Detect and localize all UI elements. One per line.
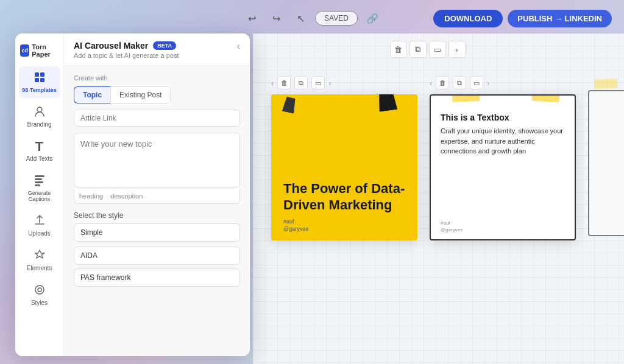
sidebar-item-styles[interactable]: Styles	[19, 279, 60, 311]
slide-2-title: This is a Textbox	[441, 113, 565, 122]
panel-body: Create with Topic Existing Post heading …	[64, 66, 250, 356]
slide-2-copy[interactable]: ⧉	[453, 76, 466, 89]
slide-1-frame[interactable]: ▭	[311, 76, 325, 89]
sidebar-item-branding[interactable]: Branding	[19, 100, 60, 133]
sidebar-item-templates[interactable]: 98 Templates	[19, 66, 60, 98]
slide-1-nav-right[interactable]: ›	[328, 79, 331, 88]
svg-point-10	[38, 288, 41, 292]
sidebar-item-label-captions: Generate Captions	[21, 190, 58, 202]
svg-rect-5	[35, 175, 44, 177]
style-option-simple[interactable]: Simple	[74, 223, 240, 242]
panel-collapse-button[interactable]: ‹	[237, 41, 240, 52]
slide-2-nav-left[interactable]: ‹	[430, 79, 432, 88]
svg-rect-7	[35, 181, 43, 183]
topic-textarea[interactable]	[74, 133, 240, 187]
slide-2-container: ‹ 🗑 ⧉ ▭ › This is a Textbox Craft your u…	[430, 76, 576, 240]
sidebar-item-uploads[interactable]: Uploads	[19, 209, 60, 242]
slide-1-toolbar: ‹ 🗑 ⧉ ▭ ›	[271, 76, 417, 89]
heading-button[interactable]: heading	[79, 191, 103, 201]
app-window: cd Torn Paper 98 Templates	[15, 33, 250, 356]
undo-icon: ↩	[248, 13, 256, 24]
download-button[interactable]: DOWNLOAD	[433, 10, 503, 27]
panel-subtitle: Add a topic & let AI generate a post	[74, 52, 179, 59]
svg-rect-2	[35, 78, 39, 82]
publish-button[interactable]: PUBLISH → LINKEDIN	[508, 10, 612, 27]
saved-badge[interactable]: SAVED	[315, 11, 358, 26]
canvas-copy-button[interactable]: ⧉	[410, 41, 427, 58]
sidebar-item-label-elements: Elements	[27, 265, 52, 271]
sidebar-item-label-templates: 98 Templates	[22, 87, 56, 93]
tab-topic[interactable]: Topic	[74, 86, 110, 103]
slide-2-toolbar: ‹ 🗑 ⧉ ▭ ›	[430, 76, 576, 89]
canvas-trash-button[interactable]: 🗑	[390, 41, 407, 58]
style-option-pas[interactable]: PAS framework	[74, 268, 240, 287]
app-logo: cd Torn Paper	[15, 43, 63, 58]
sidebar-item-elements[interactable]: Elements	[19, 244, 60, 276]
article-link-input[interactable]	[74, 110, 240, 127]
canvas-next-button[interactable]: ›	[448, 41, 466, 58]
trash-icon: 🗑	[394, 45, 402, 54]
undo-button[interactable]: ↩	[242, 9, 261, 28]
slide-1-footer: #auf @garyvee	[283, 218, 308, 233]
panel-title: AI Carousel Maker	[74, 41, 148, 51]
textarea-footer: heading description	[74, 189, 240, 204]
sidebar-item-add-texts[interactable]: T Add Texts	[19, 135, 60, 167]
slide-1-container: ‹ 🗑 ⧉ ▭ › The Power of Data-Driven Marke…	[271, 76, 417, 240]
link-button[interactable]: 🔗	[363, 9, 382, 28]
create-with-label: Create with	[74, 74, 240, 82]
canvas-area: 🗑 ⧉ ▭ › ‹ 🗑 ⧉ ▭ ›	[253, 33, 624, 364]
branding-icon	[34, 105, 46, 119]
tab-existing-post[interactable]: Existing Post	[110, 86, 171, 103]
create-with-tabs: Topic Existing Post	[74, 86, 240, 103]
sidebar-item-label-styles: Styles	[31, 299, 48, 306]
beta-badge: BETA	[153, 41, 176, 50]
link-icon: 🔗	[366, 13, 378, 24]
panel-header: AI Carousel Maker BETA Add a topic & let…	[64, 33, 250, 66]
generate-captions-icon	[34, 174, 46, 188]
slide-1-copy[interactable]: ⧉	[294, 76, 308, 89]
redo-icon: ↪	[272, 13, 280, 24]
redo-button[interactable]: ↪	[266, 9, 286, 28]
slide-2-content: This is a Textbox Craft your unique iden…	[431, 96, 575, 166]
frame-icon: ▭	[434, 45, 441, 54]
cursor-icon: ↖	[297, 13, 305, 24]
logo-icon: cd	[20, 44, 29, 57]
svg-point-9	[35, 285, 44, 294]
styles-icon	[34, 284, 46, 298]
slide-2-frame[interactable]: ▭	[470, 76, 483, 89]
svg-rect-1	[40, 72, 44, 77]
app-name: Torn Paper	[32, 43, 58, 58]
sidebar-item-label-uploads: Uploads	[28, 230, 51, 237]
torn-decoration-1	[377, 94, 398, 112]
elements-icon	[34, 249, 46, 263]
style-option-aida[interactable]: AIDA	[74, 247, 240, 265]
svg-rect-0	[35, 72, 39, 77]
sidebar: cd Torn Paper 98 Templates	[15, 33, 64, 356]
sidebar-item-generate-captions[interactable]: Generate Captions	[19, 169, 60, 207]
copy-icon: ⧉	[415, 44, 420, 54]
toolbar-actions: ↩ ↪ ↖ SAVED 🔗	[242, 9, 382, 28]
cursor-button[interactable]: ↖	[291, 9, 310, 28]
description-button[interactable]: description	[110, 191, 143, 201]
slide-1-trash[interactable]: 🗑	[277, 76, 291, 89]
sidebar-item-label-branding: Branding	[27, 121, 51, 128]
canvas-frame-button[interactable]: ▭	[429, 41, 446, 58]
slide-2-body: Craft your unique identity, showcase you…	[441, 126, 565, 156]
sidebar-item-label-add-texts: Add Texts	[26, 155, 53, 162]
add-texts-icon: T	[35, 140, 43, 153]
torn-decoration-2	[282, 96, 297, 114]
svg-rect-6	[35, 178, 42, 180]
slide-2-trash[interactable]: 🗑	[436, 76, 449, 89]
slide-2-nav-right[interactable]: ›	[487, 79, 489, 88]
slide-2-footer: #auf @garyvee	[441, 220, 463, 233]
slide-card-1[interactable]: The Power of Data-Driven Marketing #auf …	[271, 94, 417, 240]
svg-rect-8	[35, 184, 40, 186]
slide-card-3-partial[interactable]	[588, 90, 624, 236]
slide-1-nav-left[interactable]: ‹	[271, 79, 274, 88]
svg-point-4	[37, 107, 42, 112]
slide-card-2[interactable]: This is a Textbox Craft your unique iden…	[430, 94, 576, 240]
slide-1-title: The Power of Data-Driven Marketing	[283, 181, 405, 213]
top-toolbar: ↩ ↪ ↖ SAVED 🔗 DOWNLOAD PUBLISH → LINKEDI…	[0, 0, 624, 37]
main-panel: AI Carousel Maker BETA Add a topic & let…	[64, 33, 250, 356]
collapse-icon: ‹	[237, 41, 240, 51]
